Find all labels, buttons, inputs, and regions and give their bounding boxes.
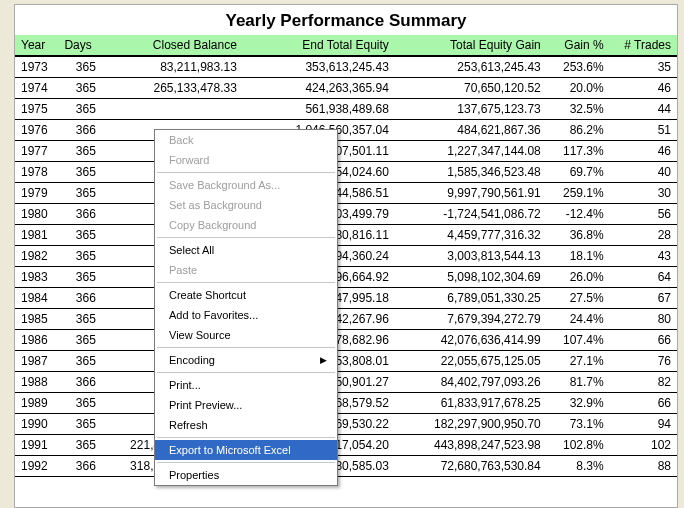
- cell-gain: 1,227,347,144.08: [395, 141, 547, 162]
- table-row[interactable]: 198136516,592,280,816.114,459,777,316.32…: [15, 225, 677, 246]
- context-menu[interactable]: Back Forward Save Background As... Set a…: [154, 129, 338, 486]
- menu-forward[interactable]: Forward: [155, 150, 337, 170]
- cell-tr: 46: [610, 141, 677, 162]
- submenu-arrow-icon: ▶: [320, 353, 327, 367]
- page-title: Yearly Performance Summary: [15, 5, 677, 35]
- cell-pct: 18.1%: [547, 246, 610, 267]
- cell-days: 365: [58, 99, 101, 120]
- cell-pct: 36.8%: [547, 225, 610, 246]
- table-row[interactable]: 1987365103,294,953,808.0122,055,675,125.…: [15, 351, 677, 372]
- table-row[interactable]: 198536539,162,642,267.967,679,394,272.79…: [15, 309, 677, 330]
- cell-year: 1981: [15, 225, 58, 246]
- col-trades[interactable]: # Trades: [610, 35, 677, 56]
- menu-view-source[interactable]: View Source: [155, 325, 337, 345]
- cell-tr: 66: [610, 393, 677, 414]
- cell-year: 1980: [15, 204, 58, 225]
- table-row[interactable]: 197936513,857,044,586.519,997,790,561.91…: [15, 183, 677, 204]
- cell-gain: 22,055,675,125.05: [395, 351, 547, 372]
- col-end[interactable]: End Total Equity: [243, 35, 395, 56]
- cell-gain: 72,680,763,530.84: [395, 456, 547, 477]
- table-row[interactable]: 197336583,211,983.13353,613,245.43253,61…: [15, 56, 677, 78]
- table-row[interactable]: 198036612,132,503,499.79-1,724,541,086.7…: [15, 204, 677, 225]
- cell-gain: 443,898,247,523.98: [395, 435, 547, 456]
- col-closed[interactable]: Closed Balance: [102, 35, 243, 56]
- cell-tr: 88: [610, 456, 677, 477]
- table-row[interactable]: 1992366318,542,618,146.92948,408,580,585…: [15, 456, 677, 477]
- table-row[interactable]: 19763661,046,560,357.04484,621,867.3686.…: [15, 120, 677, 141]
- cell-pct: 86.2%: [547, 120, 610, 141]
- table-row[interactable]: 198236519,596,094,360.243,003,813,544.13…: [15, 246, 677, 267]
- menu-separator: [157, 172, 335, 173]
- menu-refresh[interactable]: Refresh: [155, 415, 337, 435]
- table-row[interactable]: 1990365431,829,569,530.22182,297,900,950…: [15, 414, 677, 435]
- cell-gain: 5,098,102,304.69: [395, 267, 547, 288]
- menu-separator: [157, 282, 335, 283]
- cell-year: 1990: [15, 414, 58, 435]
- cell-days: 365: [58, 330, 101, 351]
- menu-select-all[interactable]: Select All: [155, 240, 337, 260]
- cell-year: 1975: [15, 99, 58, 120]
- cell-gain: 7,679,394,272.79: [395, 309, 547, 330]
- table-row[interactable]: 19783653,859,254,024.601,585,346,523.486…: [15, 162, 677, 183]
- cell-tr: 66: [610, 330, 677, 351]
- cell-pct: 253.6%: [547, 56, 610, 78]
- cell-days: 366: [58, 456, 101, 477]
- menu-print-preview[interactable]: Print Preview...: [155, 395, 337, 415]
- cell-end: 561,938,489.68: [243, 99, 395, 120]
- table-row[interactable]: 198436631,483,247,995.186,789,051,330.25…: [15, 288, 677, 309]
- cell-days: 366: [58, 204, 101, 225]
- cell-tr: 51: [610, 120, 677, 141]
- table-row[interactable]: 1974365265,133,478.33424,263,365.9470,65…: [15, 78, 677, 99]
- cell-pct: 32.5%: [547, 99, 610, 120]
- cell-year: 1988: [15, 372, 58, 393]
- cell-gain: 1,585,346,523.48: [395, 162, 547, 183]
- cell-year: 1991: [15, 435, 58, 456]
- col-year[interactable]: Year: [15, 35, 58, 56]
- menu-create-shortcut[interactable]: Create Shortcut: [155, 285, 337, 305]
- cell-days: 365: [58, 414, 101, 435]
- cell-pct: 27.5%: [547, 288, 610, 309]
- cell-tr: 35: [610, 56, 677, 78]
- menu-save-bg[interactable]: Save Background As...: [155, 175, 337, 195]
- table-row[interactable]: 1991365221,432,712,056.19875,727,817,054…: [15, 435, 677, 456]
- table-row[interactable]: 1975365561,938,489.68137,675,123.7332.5%…: [15, 99, 677, 120]
- menu-export-excel[interactable]: Export to Microsoft Excel: [155, 440, 337, 460]
- cell-closed: 265,133,478.33: [102, 78, 243, 99]
- cell-gain: 253,613,245.43: [395, 56, 547, 78]
- cell-pct: 20.0%: [547, 78, 610, 99]
- menu-encoding[interactable]: Encoding ▶: [155, 350, 337, 370]
- table-row[interactable]: 198636581,239,278,682.9642,076,636,414.9…: [15, 330, 677, 351]
- cell-pct: 73.1%: [547, 414, 610, 435]
- table-row[interactable]: 198336524,694,196,664.925,098,102,304.69…: [15, 267, 677, 288]
- menu-copy-bg[interactable]: Copy Background: [155, 215, 337, 235]
- cell-gain: 182,297,900,950.70: [395, 414, 547, 435]
- cell-year: 1973: [15, 56, 58, 78]
- menu-properties[interactable]: Properties: [155, 465, 337, 485]
- col-gain[interactable]: Total Equity Gain: [395, 35, 547, 56]
- col-days[interactable]: Days: [58, 35, 101, 56]
- menu-back[interactable]: Back: [155, 130, 337, 150]
- col-pct[interactable]: Gain %: [547, 35, 610, 56]
- cell-days: 365: [58, 141, 101, 162]
- table-row[interactable]: 1989365249,531,668,579.5261,833,917,678.…: [15, 393, 677, 414]
- menu-paste[interactable]: Paste: [155, 260, 337, 280]
- cell-tr: 82: [610, 372, 677, 393]
- cell-tr: 40: [610, 162, 677, 183]
- cell-pct: 107.4%: [547, 330, 610, 351]
- table-row[interactable]: 1988366187,697,750,901.2784,402,797,093.…: [15, 372, 677, 393]
- cell-end: 424,263,365.94: [243, 78, 395, 99]
- cell-year: 1978: [15, 162, 58, 183]
- menu-set-bg[interactable]: Set as Background: [155, 195, 337, 215]
- cell-year: 1985: [15, 309, 58, 330]
- table-row[interactable]: 19773652,273,907,501.111,227,347,144.081…: [15, 141, 677, 162]
- cell-gain: 61,833,917,678.25: [395, 393, 547, 414]
- cell-pct: 26.0%: [547, 267, 610, 288]
- menu-add-favorites[interactable]: Add to Favorites...: [155, 305, 337, 325]
- cell-tr: 94: [610, 414, 677, 435]
- cell-year: 1989: [15, 393, 58, 414]
- menu-print[interactable]: Print...: [155, 375, 337, 395]
- cell-year: 1974: [15, 78, 58, 99]
- cell-year: 1983: [15, 267, 58, 288]
- cell-year: 1986: [15, 330, 58, 351]
- cell-tr: 43: [610, 246, 677, 267]
